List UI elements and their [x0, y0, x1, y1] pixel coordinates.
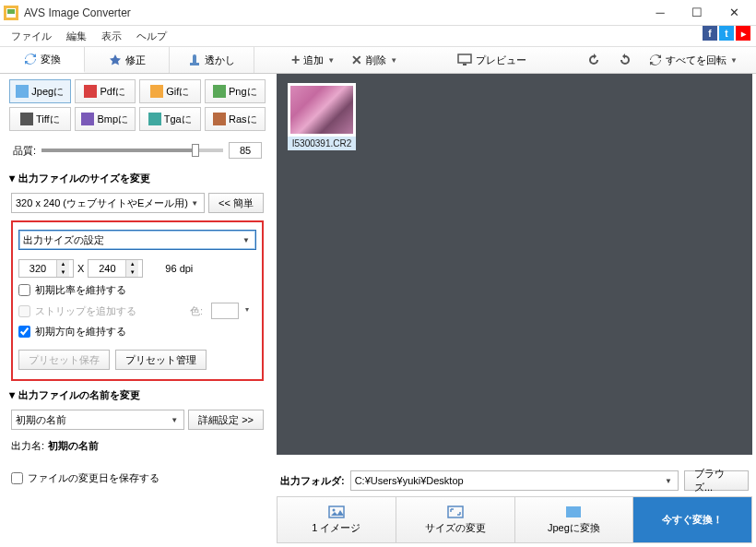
thumbnail-image [290, 86, 353, 134]
advanced-button[interactable]: 詳細設定 >> [188, 410, 264, 430]
tab-convert[interactable]: 変換 [0, 47, 85, 73]
svg-rect-7 [463, 64, 467, 65]
refresh-icon [649, 54, 662, 66]
action-row: 1 イメージ サイズの変更 Jpegに変換 今すぐ変換！ [277, 496, 752, 543]
images-cell[interactable]: 1 イメージ [278, 497, 396, 542]
bottom-bar: 出力フォルダ: C:¥Users¥yuki¥Desktop▼ ブラウズ... 1… [277, 465, 752, 543]
rotate-left-icon [586, 54, 601, 66]
svg-point-17 [332, 509, 335, 512]
quality-row: 品質: 85 [4, 138, 271, 168]
bmp-icon [81, 113, 94, 125]
spin-down-icon[interactable]: ▼ [56, 268, 69, 277]
save-preset-button: プリセット保存 [18, 350, 110, 370]
keep-ratio-checkbox[interactable] [18, 284, 30, 296]
width-input[interactable]: ▲▼ [18, 259, 74, 278]
keep-orientation-checkbox[interactable] [18, 326, 30, 338]
output-folder-combo[interactable]: C:¥Users¥yuki¥Desktop▼ [350, 470, 679, 491]
thumbnail-item[interactable]: I5300391.CR2 [288, 83, 356, 150]
minimize-button[interactable]: ─ [642, 2, 679, 24]
tab-watermark[interactable]: 透かし [170, 47, 254, 73]
format-bmp[interactable]: Bmpに [75, 107, 136, 131]
resize-cell[interactable]: サイズの変更 [396, 497, 515, 542]
simple-button[interactable]: << 簡単 [208, 193, 264, 213]
format-tga[interactable]: Tgaに [139, 107, 201, 131]
format-jpeg[interactable]: Jpegに [9, 79, 71, 103]
preserve-date-checkbox[interactable] [11, 472, 23, 484]
convert-now-button[interactable]: 今すぐ変換！ [633, 497, 751, 542]
png-icon [213, 85, 226, 98]
resize-preset-combo[interactable]: 320 x 240 (ウェブサイトやEメール用)▼ [11, 193, 205, 213]
jpeg-icon [564, 505, 583, 519]
close-button[interactable]: ✕ [715, 2, 752, 24]
thumbnail-frame [288, 83, 356, 137]
spin-down-icon[interactable]: ▼ [125, 268, 138, 277]
quality-label: 品質: [13, 144, 36, 158]
social-links: f t ▸ [703, 26, 750, 41]
quality-slider[interactable] [41, 149, 223, 152]
preview-button[interactable]: プレビュー [452, 52, 532, 69]
format-pdf[interactable]: Pdfに [75, 79, 136, 103]
chevron-down-icon: ▼ [327, 56, 335, 65]
stamp-icon [188, 54, 201, 66]
rename-preset-combo[interactable]: 初期の名前▼ [11, 410, 184, 430]
svg-rect-10 [150, 85, 163, 98]
spin-up-icon[interactable]: ▲ [56, 260, 69, 268]
svg-rect-13 [81, 113, 94, 125]
window-title: AVS Image Converter [24, 6, 642, 19]
menu-file[interactable]: ファイル [4, 28, 59, 45]
dpi-label: 96 dpi [165, 263, 193, 274]
facebook-icon[interactable]: f [703, 26, 717, 41]
browse-button[interactable]: ブラウズ... [684, 470, 749, 491]
rename-header[interactable]: 出力ファイルの名前を変更 [4, 385, 271, 406]
chevron-down-icon: ▼ [167, 412, 182, 427]
tab-retouch[interactable]: 修正 [85, 47, 170, 73]
manage-preset-button[interactable]: プリセット管理 [115, 350, 207, 370]
rotate-all-button[interactable]: すべてを回転 ▼ [644, 52, 743, 69]
svg-rect-2 [7, 9, 15, 14]
titlebar: AVS Image Converter ─ ☐ ✕ [0, 0, 756, 26]
rotate-left-button[interactable] [581, 52, 607, 68]
menubar: ファイル 編集 表示 ヘルプ [0, 26, 756, 46]
spin-up-icon[interactable]: ▲ [125, 260, 138, 268]
to-jpeg-cell[interactable]: Jpegに変換 [515, 497, 634, 542]
format-grid: Jpegに Pdfに Gifに Pngに Tiffに Bmpに Tgaに Ras… [4, 74, 271, 138]
output-size-combo[interactable]: 出力サイズの設定▼ [18, 230, 256, 250]
preview-area: I5300391.CR2 [277, 74, 752, 455]
rotate-right-button[interactable] [612, 52, 638, 68]
maximize-button[interactable]: ☐ [679, 2, 715, 24]
format-gif[interactable]: Gifに [139, 79, 201, 103]
format-ras[interactable]: Rasに [205, 107, 266, 131]
svg-rect-8 [16, 85, 29, 98]
thumbnail-label: I5300391.CR2 [288, 137, 356, 150]
resize-icon [446, 505, 465, 519]
menu-edit[interactable]: 編集 [59, 28, 94, 45]
height-input[interactable]: ▲▼ [88, 259, 143, 278]
left-panel: Jpegに Pdfに Gifに Pngに Tiffに Bmpに Tgaに Ras… [4, 74, 271, 543]
resize-header[interactable]: 出力ファイルのサイズを変更 [4, 168, 271, 189]
add-button[interactable]: + 追加 ▼ [286, 50, 340, 70]
pdf-icon [84, 85, 97, 98]
menu-view[interactable]: 表示 [94, 28, 129, 45]
output-folder-label: 出力フォルダ: [280, 474, 345, 488]
svg-rect-6 [458, 54, 471, 63]
svg-rect-16 [329, 506, 344, 517]
format-tiff[interactable]: Tiffに [9, 107, 71, 131]
output-name-label: 出力名: [11, 439, 44, 453]
star-icon [109, 54, 122, 66]
youtube-icon[interactable]: ▸ [736, 26, 750, 41]
twitter-icon[interactable]: t [719, 26, 734, 41]
resize-settings-box: 出力サイズの設定▼ ▲▼ X ▲▼ 96 dpi 初期比率を維持する ストリップ… [11, 220, 264, 381]
chevron-down-icon: ▼ [187, 196, 202, 210]
menu-help[interactable]: ヘルプ [129, 28, 174, 45]
svg-rect-19 [566, 506, 581, 517]
x-label: X [77, 263, 84, 274]
svg-rect-11 [213, 85, 226, 98]
format-png[interactable]: Pngに [205, 79, 266, 103]
svg-rect-15 [213, 113, 226, 125]
app-icon [4, 6, 18, 20]
quality-value[interactable]: 85 [229, 142, 262, 159]
monitor-icon [457, 54, 472, 66]
delete-button[interactable]: ✕ 削除 ▼ [346, 51, 403, 69]
chevron-down-icon: ▼ [730, 56, 738, 65]
add-strip-checkbox [18, 305, 30, 317]
